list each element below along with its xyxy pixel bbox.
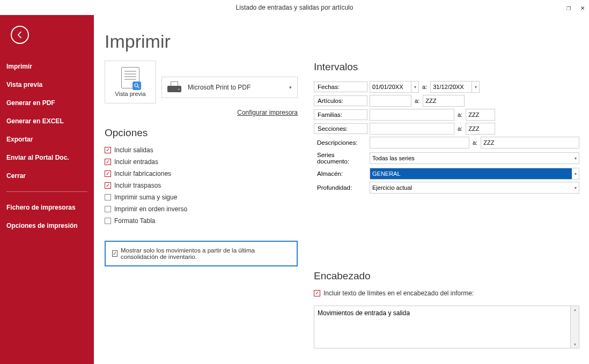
checkbox-icon [112,250,117,257]
configurar-impresora-link[interactable]: Configurar impresora [105,109,298,116]
sidebar-item-fichero-impresoras[interactable]: Fichero de impresoras [0,198,94,217]
opciones-heading: Opciones [105,127,298,139]
a-label: a: [458,112,462,118]
window-controls: ❐ ✕ [566,0,585,15]
checkbox-label: Imprimir en orden inverso [114,205,187,213]
checkbox-label: Mostrar solo los movimientos a partir de… [121,247,290,260]
intervalos-heading: Intervalos [314,61,579,73]
series-label: Series documento: [314,150,367,166]
opcion-checkbox-2[interactable]: Incluir fabricaciones [105,170,298,177]
content: Imprimir Vista previa Microsoft Print to… [94,15,589,364]
checkbox-label: Incluir texto de límites en el encabezad… [323,289,474,297]
document-preview-icon [121,67,139,88]
descripciones-to-input[interactable] [481,137,579,148]
opcion-checkbox-4[interactable]: Imprimir suma y sigue [105,194,298,201]
opcion-checkbox-6[interactable]: Formato Tabla [105,217,298,225]
printer-icon [167,81,181,93]
fechas-label: Fechas: [314,81,367,92]
a-label: a: [422,84,427,90]
descripciones-from-input[interactable] [370,137,469,148]
titlebar: Listado de entradas y salidas por artícu… [0,0,589,15]
a-label: a: [415,98,419,104]
sidebar: Imprimir Vista previa Generar en PDF Gen… [0,15,94,364]
opcion-checkbox-0[interactable]: Incluir salidas [105,146,298,154]
checkbox-icon [105,182,111,189]
vista-previa-button[interactable]: Vista previa [105,61,156,103]
sidebar-item-generar-pdf[interactable]: Generar en PDF [0,94,94,112]
checkbox-icon [105,159,111,165]
highlight-option-box: Mostrar solo los movimientos a partir de… [105,241,298,266]
checkbox-icon [105,218,111,224]
checkbox-label: Incluir salidas [114,146,153,154]
encabezado-heading: Encabezado [314,270,579,282]
window-title: Listado de entradas y salidas por artícu… [236,4,354,11]
checkbox-label: Incluir fabricaciones [114,170,171,177]
printer-select[interactable]: Microsoft Print to PDF ▾ [161,77,298,98]
sidebar-item-imprimir[interactable]: Imprimir [0,57,94,76]
sidebar-item-cerrar[interactable]: Cerrar [0,167,94,185]
profundidad-label: Profundidad: [314,183,367,192]
checkbox-icon [105,170,111,177]
sidebar-item-opciones-impresion[interactable]: Opciones de impresión [0,217,94,235]
checkbox-label: Incluir entradas [114,158,158,166]
profundidad-select[interactable] [370,182,572,194]
articulos-to-input[interactable] [423,95,465,107]
maximize-button[interactable]: ❐ [566,4,571,12]
series-select[interactable] [370,152,572,164]
svg-point-0 [135,84,138,87]
dropdown-caret-icon[interactable]: ▾ [411,81,419,93]
a-label: a: [458,125,462,132]
checkbox-icon [105,194,111,200]
sidebar-item-exportar[interactable]: Exportar [0,130,94,148]
dropdown-caret-icon[interactable]: ▾ [572,168,579,180]
sidebar-item-enviar-portal[interactable]: Enviar al Portal Doc. [0,148,94,167]
articulos-from-input[interactable] [370,95,411,107]
encabezado-text-input[interactable] [314,306,571,348]
familias-from-input[interactable] [370,109,454,121]
checkbox-label: Incluir traspasos [114,182,161,189]
fechas-to-input[interactable] [430,81,472,93]
familias-to-input[interactable] [466,109,495,121]
scrollbar[interactable]: ▴▾ [571,306,579,348]
almacen-label: Almacén: [314,169,367,179]
checkbox-label: Imprimir suma y sigue [114,194,177,201]
a-label: a: [473,139,477,146]
dropdown-caret-icon[interactable]: ▾ [472,81,480,93]
dropdown-caret-icon[interactable]: ▾ [572,182,579,194]
familias-label: Familias: [314,109,367,120]
secciones-label: Secciones: [314,123,367,134]
opcion-checkbox-3[interactable]: Incluir traspasos [105,182,298,189]
fechas-from-input[interactable] [370,81,411,93]
opcion-checkbox-5[interactable]: Imprimir en orden inverso [105,205,298,213]
printer-name: Microsoft Print to PDF [188,84,289,91]
caret-down-icon: ▾ [289,85,292,90]
checkbox-icon [105,206,111,212]
arrow-left-icon [16,31,24,39]
dropdown-caret-icon[interactable]: ▾ [572,152,579,164]
svg-line-1 [138,87,139,88]
sidebar-item-vista-previa[interactable]: Vista previa [0,76,94,94]
back-button[interactable] [11,26,29,44]
sidebar-separator [6,191,87,192]
secciones-from-input[interactable] [370,123,454,135]
vista-previa-label: Vista previa [115,91,145,97]
checkbox-icon [105,147,111,153]
sidebar-item-generar-excel[interactable]: Generar en EXCEL [0,112,94,130]
articulos-label: Artículos: [314,95,367,106]
secciones-to-input[interactable] [466,123,495,135]
almacen-select[interactable] [370,168,572,180]
scroll-down-icon[interactable]: ▾ [574,342,576,347]
opcion-checkbox-1[interactable]: Incluir entradas [105,158,298,166]
checkbox-icon [314,290,320,296]
scroll-up-icon[interactable]: ▴ [574,307,576,312]
descripciones-label: Descripciones: [314,138,367,147]
incluir-limites-checkbox[interactable]: Incluir texto de límites en el encabezad… [314,289,579,297]
checkbox-label: Formato Tabla [114,217,155,225]
mostrar-solo-consolidacion-checkbox[interactable]: Mostrar solo los movimientos a partir de… [112,247,290,260]
page-heading: Imprimir [105,31,298,52]
close-button[interactable]: ✕ [580,4,585,12]
